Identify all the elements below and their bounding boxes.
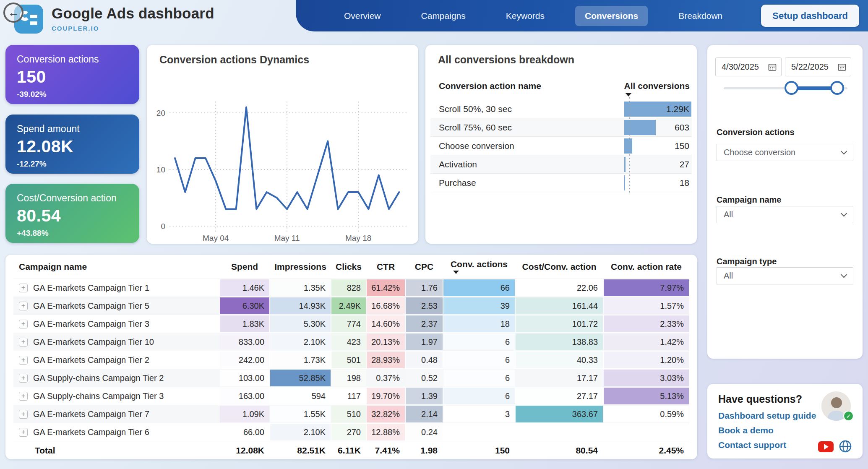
expand-row-icon[interactable]: + — [19, 284, 28, 292]
breakdown-col-value[interactable]: All conversions — [624, 81, 690, 96]
table-row[interactable]: +GA Supply-chains Campaign Tier 2103.005… — [13, 369, 689, 387]
metric-cell: 594 — [270, 387, 331, 405]
column-label: Clicks — [336, 262, 362, 272]
metric-value: 2.33% — [660, 319, 689, 329]
filter-select-campaign-type[interactable]: All — [717, 267, 853, 284]
table-row[interactable]: +GA E-markets Campaign Tier 10833.002.10… — [13, 333, 689, 351]
metric-cell: 5.30K — [270, 315, 331, 333]
expand-row-icon[interactable]: + — [19, 320, 28, 328]
metric-value: 66.00 — [243, 427, 270, 437]
tab-keywords[interactable]: Keywords — [496, 6, 554, 26]
table-row[interactable]: +GA E-markets Campaign Tier 666.002.10K2… — [13, 423, 689, 441]
kpi-value: 12.08K — [17, 137, 128, 156]
metric-cell: 52.85K — [270, 369, 331, 387]
expand-row-icon[interactable]: + — [19, 392, 28, 401]
link-dashboard-setup-guide[interactable]: Dashboard setup guide — [718, 411, 816, 421]
table-header-row: Campaign nameSpendImpressionsClicksCTRCP… — [13, 255, 689, 279]
conversion-bar — [624, 138, 632, 154]
column-header-spend[interactable]: Spend — [219, 262, 270, 272]
date-slider-handle-start[interactable] — [785, 81, 798, 95]
campaign-name: GA Supply-chains Campaign Tier 3 — [33, 391, 164, 401]
metric-cell: 2.33% — [603, 315, 689, 333]
metric-value: 833.00 — [239, 337, 270, 347]
date-from-input[interactable]: 4/30/2025 — [715, 57, 782, 76]
expand-row-icon[interactable]: + — [19, 428, 28, 437]
metric-cell: 1.09K — [219, 405, 270, 423]
kpi-card-3: Cost/Conversion action80.54+43.88% — [5, 184, 139, 243]
expand-row-icon[interactable]: + — [19, 356, 28, 365]
metric-value: 20.13% — [371, 337, 405, 347]
breakdown-row[interactable]: Purchase18 — [430, 174, 692, 192]
column-header-ctr[interactable]: CTR — [366, 262, 405, 272]
table-row[interactable]: +GA E-markets Campaign Tier 31.83K5.30K7… — [13, 315, 689, 333]
metric-cell: 0.37% — [366, 369, 405, 387]
expand-row-icon[interactable]: + — [19, 302, 28, 310]
total-value: 150 — [443, 446, 515, 456]
metric-value: 594 — [312, 391, 331, 401]
metric-cell: 0.48 — [405, 351, 443, 369]
setup-dashboard-button[interactable]: Setup dashboard — [761, 5, 859, 27]
column-header-campaign-name[interactable]: Campaign name — [13, 262, 219, 272]
x-tick-label: May 04 — [203, 234, 229, 242]
column-header-conv-actions[interactable]: Conv. actions — [443, 259, 515, 274]
metric-cell: 198 — [331, 369, 366, 387]
expand-row-icon[interactable]: + — [19, 338, 28, 347]
globe-icon[interactable] — [839, 440, 852, 453]
breakdown-row[interactable]: Activation27 — [430, 155, 692, 174]
metric-cell: 61.42% — [366, 279, 405, 297]
table-row[interactable]: +GA E-markets Campaign Tier 56.30K14.93K… — [13, 297, 689, 315]
table-row[interactable]: +GA Supply-chains Campaign Tier 3163.005… — [13, 387, 689, 405]
help-card: Have questions? Dashboard setup guideBoo… — [707, 384, 863, 459]
column-header-cost-conv-action[interactable]: Cost/Conv. action — [515, 262, 603, 272]
total-value: 1.98 — [405, 446, 443, 456]
link-contact-support[interactable]: Contact support — [718, 440, 786, 450]
table-row[interactable]: +GA E-markets Campaign Tier 11.46K1.35K8… — [13, 279, 689, 297]
breakdown-row[interactable]: Scroll 50%, 30 sec1.29K — [430, 100, 692, 118]
tab-breakdown[interactable]: Breakdown — [669, 6, 732, 26]
date-slider-handle-end[interactable] — [830, 81, 844, 95]
table-row[interactable]: +GA E-markets Campaign Tier 71.09K1.55K5… — [13, 405, 689, 423]
kpi-label: Spend amount — [17, 123, 128, 135]
conversion-value: 150 — [675, 141, 689, 151]
column-header-impressions[interactable]: Impressions — [270, 262, 331, 272]
metric-cell: 833.00 — [219, 333, 270, 351]
column-header-clicks[interactable]: Clicks — [331, 262, 366, 272]
metric-value: 12.88% — [371, 427, 405, 437]
breakdown-col-name[interactable]: Conversion action name — [439, 81, 541, 96]
total-label: Total — [13, 446, 219, 456]
expand-row-icon[interactable]: + — [19, 374, 28, 383]
metric-value: 101.72 — [572, 319, 603, 329]
metric-value: 3.03% — [660, 373, 689, 383]
column-header-cpc[interactable]: CPC — [405, 262, 443, 272]
tab-overview[interactable]: Overview — [334, 6, 391, 26]
metric-value: 14.93K — [299, 301, 331, 311]
kpi-value: 150 — [17, 67, 128, 87]
conversion-value: 1.29K — [666, 104, 689, 114]
tab-conversions[interactable]: Conversions — [575, 6, 648, 26]
expand-row-icon[interactable]: + — [19, 410, 28, 419]
filter-select-conversion-actions[interactable]: Choose conversion — [717, 144, 853, 161]
heatmap-fill — [443, 334, 515, 350]
kpi-label: Conversion actions — [17, 54, 128, 65]
metric-cell: 12.88% — [366, 423, 405, 441]
tab-campaigns[interactable]: Campaigns — [412, 6, 475, 26]
back-button[interactable]: ← — [3, 3, 23, 23]
filter-select-campaign-name[interactable]: All — [717, 206, 853, 223]
metric-value: 6 — [505, 355, 515, 365]
youtube-icon[interactable] — [818, 441, 834, 452]
link-book-a-demo[interactable]: Book a demo — [718, 425, 774, 435]
column-header-conv-action-rate[interactable]: Conv. action rate — [603, 262, 689, 272]
breakdown-row[interactable]: Choose conversion150 — [430, 137, 692, 155]
metric-cell: 6 — [443, 351, 515, 369]
metric-value: 1.83K — [242, 319, 270, 329]
column-label: Impressions — [274, 262, 326, 272]
back-arrow-icon: ← — [8, 6, 19, 19]
metric-value: 2.53 — [421, 301, 443, 311]
breakdown-row[interactable]: Scroll 75%, 60 sec603 — [430, 118, 692, 137]
campaign-name-cell: +GA Supply-chains Campaign Tier 2 — [13, 369, 219, 387]
x-tick-label: May 18 — [345, 234, 371, 242]
metric-cell: 39 — [443, 297, 515, 315]
table-row[interactable]: +GA E-markets Campaign Tier 2242.001.73K… — [13, 351, 689, 369]
metric-value: 270 — [347, 427, 366, 437]
date-to-input[interactable]: 5/22/2025 — [785, 57, 851, 76]
